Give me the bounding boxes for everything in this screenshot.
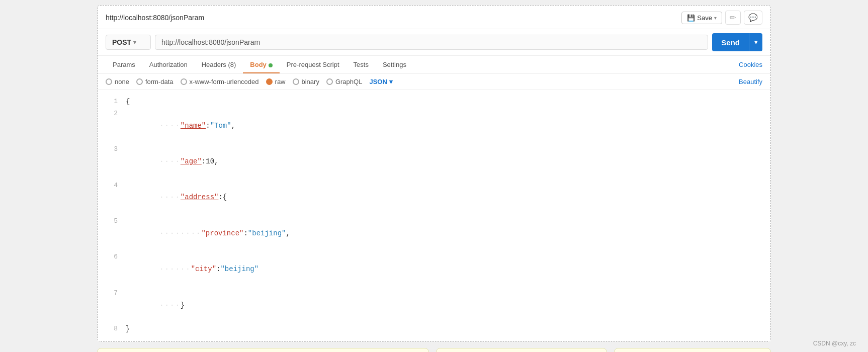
address-class-panel: public class Address { private String pr…	[614, 348, 771, 352]
body-dot	[269, 63, 273, 67]
comment-button[interactable]: 💬	[744, 11, 762, 25]
code-line-4: 4 ····"address":{	[98, 180, 770, 216]
tab-headers[interactable]: Headers (8)	[195, 56, 243, 73]
radio-graphql[interactable]	[326, 78, 333, 85]
code-line-5: 5 ········"province":"beijing",	[98, 216, 770, 251]
opt-none[interactable]: none	[106, 78, 129, 85]
code-line-6: 6 ······"city":"beijing"	[98, 251, 770, 287]
opt-binary[interactable]: binary	[293, 78, 319, 85]
method-label: POST	[112, 38, 131, 46]
opt-urlencoded[interactable]: x-www-form-urlencoded	[181, 78, 259, 85]
opt-form-data[interactable]: form-data	[136, 78, 173, 85]
method-select[interactable]: POST ▾	[106, 35, 151, 50]
code-line-3: 3 ····"age":10,	[98, 144, 770, 180]
opt-raw[interactable]: raw	[266, 78, 286, 85]
tab-body[interactable]: Body	[243, 56, 280, 73]
save-label: Save	[697, 14, 712, 22]
opt-graphql[interactable]: GraphQL	[326, 78, 362, 85]
user-class-panel: public class User { private String name;…	[436, 348, 607, 352]
json-label: JSON	[369, 78, 387, 85]
send-dropdown-icon[interactable]: ▾	[749, 33, 762, 51]
json-chevron-icon: ▾	[389, 78, 393, 85]
radio-form-data[interactable]	[136, 78, 143, 85]
tab-settings[interactable]: Settings	[376, 56, 413, 73]
body-options: none form-data x-www-form-urlencoded raw…	[98, 74, 770, 90]
postman-container: http://localhost:8080/jsonParam 💾 Save ▾…	[97, 5, 771, 342]
body-opts-left: none form-data x-www-form-urlencoded raw…	[106, 78, 393, 85]
code-editor[interactable]: 1 { 2 ····"name":"Tom", 3 ····"age":10, …	[98, 90, 770, 341]
controller-panel: @RequestMapping("/jsonParam") public Str…	[97, 348, 429, 352]
url-bar: POST ▾ Send ▾	[98, 29, 770, 56]
edit-button[interactable]: ✏	[725, 11, 741, 25]
title-actions: 💾 Save ▾ ✏ 💬	[681, 11, 762, 25]
radio-raw[interactable]	[266, 78, 273, 85]
footer-credit: CSDN @cxy, zc	[813, 340, 856, 347]
code-line-8: 8 }	[98, 323, 770, 335]
tab-tests[interactable]: Tests	[346, 56, 376, 73]
json-type-selector[interactable]: JSON ▾	[369, 78, 392, 85]
title-url: http://localhost:8080/jsonParam	[106, 14, 204, 22]
url-input[interactable]	[155, 35, 708, 50]
radio-none[interactable]	[106, 78, 112, 85]
send-button[interactable]: Send ▾	[712, 33, 762, 51]
tabs-bar: Params Authorization Headers (8) Body Pr…	[98, 56, 770, 74]
comment-icon: 💬	[748, 13, 758, 22]
save-icon: 💾	[687, 14, 695, 22]
title-bar: http://localhost:8080/jsonParam 💾 Save ▾…	[98, 6, 770, 29]
beautify-button[interactable]: Beautify	[739, 78, 762, 85]
radio-binary[interactable]	[293, 78, 299, 85]
cookies-button[interactable]: Cookies	[739, 61, 762, 68]
method-chevron-icon: ▾	[133, 39, 136, 46]
tab-authorization[interactable]: Authorization	[142, 56, 195, 73]
save-chevron-icon: ▾	[714, 15, 717, 21]
tabs-left: Params Authorization Headers (8) Body Pr…	[106, 56, 413, 73]
tab-params[interactable]: Params	[106, 56, 142, 73]
bottom-panels: @RequestMapping("/jsonParam") public Str…	[97, 348, 771, 352]
save-button[interactable]: 💾 Save ▾	[681, 12, 722, 24]
send-label: Send	[712, 38, 749, 47]
edit-icon: ✏	[730, 13, 736, 22]
tab-prerequest[interactable]: Pre-request Script	[280, 56, 346, 73]
code-line-7: 7 ····}	[98, 288, 770, 323]
code-line-2: 2 ····"name":"Tom",	[98, 108, 770, 144]
code-line-1: 1 {	[98, 96, 770, 108]
radio-urlencoded[interactable]	[181, 78, 187, 85]
